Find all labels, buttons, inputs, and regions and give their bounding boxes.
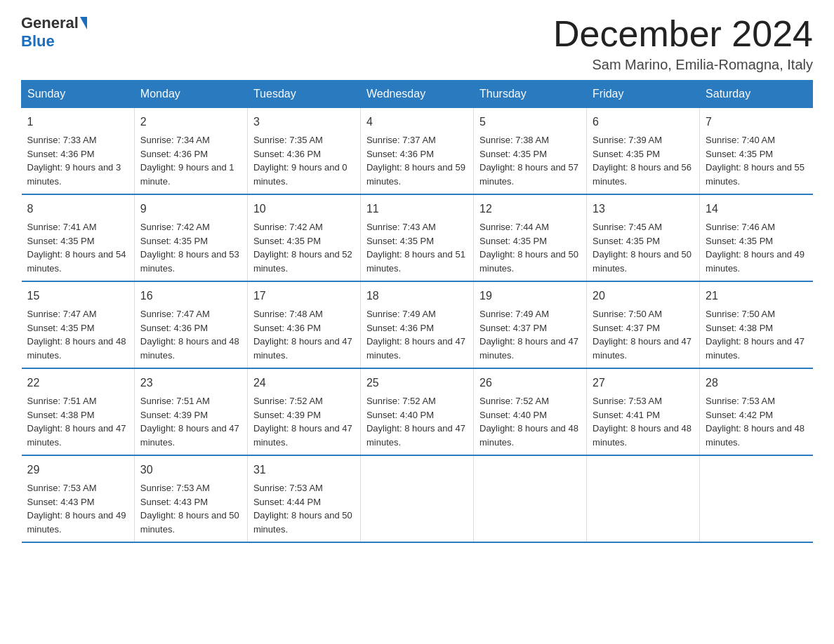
day-number: 26 bbox=[479, 375, 581, 391]
calendar-cell: 5Sunrise: 7:38 AMSunset: 4:35 PMDaylight… bbox=[474, 108, 587, 195]
cell-info: Sunrise: 7:41 AMSunset: 4:35 PMDaylight:… bbox=[27, 222, 126, 274]
day-number: 3 bbox=[253, 114, 355, 130]
calendar-cell: 7Sunrise: 7:40 AMSunset: 4:35 PMDaylight… bbox=[700, 108, 813, 195]
calendar-cell bbox=[360, 455, 473, 542]
calendar-cell: 1Sunrise: 7:33 AMSunset: 4:36 PMDaylight… bbox=[22, 108, 135, 195]
col-header-saturday: Saturday bbox=[700, 81, 813, 108]
day-number: 19 bbox=[479, 288, 581, 304]
day-number: 6 bbox=[593, 114, 694, 130]
day-number: 25 bbox=[366, 375, 468, 391]
cell-info: Sunrise: 7:49 AMSunset: 4:36 PMDaylight:… bbox=[366, 309, 465, 361]
col-header-tuesday: Tuesday bbox=[247, 81, 360, 108]
calendar-cell: 12Sunrise: 7:44 AMSunset: 4:35 PMDayligh… bbox=[474, 194, 587, 281]
calendar-week-4: 22Sunrise: 7:51 AMSunset: 4:38 PMDayligh… bbox=[22, 368, 813, 455]
cell-info: Sunrise: 7:42 AMSunset: 4:35 PMDaylight:… bbox=[140, 222, 239, 274]
calendar-week-1: 1Sunrise: 7:33 AMSunset: 4:36 PMDaylight… bbox=[22, 108, 813, 195]
cell-info: Sunrise: 7:44 AMSunset: 4:35 PMDaylight:… bbox=[479, 222, 578, 274]
cell-info: Sunrise: 7:37 AMSunset: 4:36 PMDaylight:… bbox=[366, 135, 465, 187]
cell-info: Sunrise: 7:51 AMSunset: 4:39 PMDaylight:… bbox=[140, 396, 239, 448]
calendar-cell: 9Sunrise: 7:42 AMSunset: 4:35 PMDaylight… bbox=[134, 194, 247, 281]
day-number: 20 bbox=[593, 288, 694, 304]
day-number: 24 bbox=[253, 375, 355, 391]
day-number: 23 bbox=[140, 375, 241, 391]
calendar-cell: 2Sunrise: 7:34 AMSunset: 4:36 PMDaylight… bbox=[134, 108, 247, 195]
calendar-header: SundayMondayTuesdayWednesdayThursdayFrid… bbox=[22, 81, 813, 108]
day-number: 14 bbox=[706, 201, 807, 217]
day-number: 12 bbox=[479, 201, 581, 217]
cell-info: Sunrise: 7:53 AMSunset: 4:44 PMDaylight:… bbox=[253, 483, 352, 535]
cell-info: Sunrise: 7:50 AMSunset: 4:37 PMDaylight:… bbox=[593, 309, 691, 361]
col-header-thursday: Thursday bbox=[474, 81, 587, 108]
cell-info: Sunrise: 7:47 AMSunset: 4:36 PMDaylight:… bbox=[140, 309, 239, 361]
calendar-cell: 13Sunrise: 7:45 AMSunset: 4:35 PMDayligh… bbox=[587, 194, 700, 281]
calendar-cell: 4Sunrise: 7:37 AMSunset: 4:36 PMDaylight… bbox=[360, 108, 473, 195]
cell-info: Sunrise: 7:45 AMSunset: 4:35 PMDaylight:… bbox=[593, 222, 691, 274]
col-header-monday: Monday bbox=[134, 81, 247, 108]
logo-triangle-icon bbox=[80, 17, 87, 29]
calendar-cell: 31Sunrise: 7:53 AMSunset: 4:44 PMDayligh… bbox=[247, 455, 360, 542]
calendar-cell bbox=[587, 455, 700, 542]
day-number: 5 bbox=[479, 114, 581, 130]
calendar-cell: 14Sunrise: 7:46 AMSunset: 4:35 PMDayligh… bbox=[700, 194, 813, 281]
day-number: 2 bbox=[140, 114, 241, 130]
calendar-cell: 20Sunrise: 7:50 AMSunset: 4:37 PMDayligh… bbox=[587, 281, 700, 368]
col-header-friday: Friday bbox=[587, 81, 700, 108]
day-number: 29 bbox=[27, 462, 128, 478]
cell-info: Sunrise: 7:48 AMSunset: 4:36 PMDaylight:… bbox=[253, 309, 352, 361]
calendar-week-3: 15Sunrise: 7:47 AMSunset: 4:35 PMDayligh… bbox=[22, 281, 813, 368]
calendar-cell: 22Sunrise: 7:51 AMSunset: 4:38 PMDayligh… bbox=[22, 368, 135, 455]
logo: General Blue bbox=[21, 14, 88, 51]
cell-info: Sunrise: 7:53 AMSunset: 4:43 PMDaylight:… bbox=[140, 483, 239, 535]
calendar-cell: 11Sunrise: 7:43 AMSunset: 4:35 PMDayligh… bbox=[360, 194, 473, 281]
cell-info: Sunrise: 7:35 AMSunset: 4:36 PMDaylight:… bbox=[253, 135, 348, 187]
cell-info: Sunrise: 7:40 AMSunset: 4:35 PMDaylight:… bbox=[706, 135, 805, 187]
day-number: 1 bbox=[27, 114, 128, 130]
calendar-cell: 18Sunrise: 7:49 AMSunset: 4:36 PMDayligh… bbox=[360, 281, 473, 368]
cell-info: Sunrise: 7:52 AMSunset: 4:39 PMDaylight:… bbox=[253, 396, 352, 448]
cell-info: Sunrise: 7:50 AMSunset: 4:38 PMDaylight:… bbox=[706, 309, 805, 361]
day-number: 17 bbox=[253, 288, 355, 304]
day-number: 31 bbox=[253, 462, 355, 478]
calendar-week-2: 8Sunrise: 7:41 AMSunset: 4:35 PMDaylight… bbox=[22, 194, 813, 281]
calendar-cell: 25Sunrise: 7:52 AMSunset: 4:40 PMDayligh… bbox=[360, 368, 473, 455]
calendar-cell: 23Sunrise: 7:51 AMSunset: 4:39 PMDayligh… bbox=[134, 368, 247, 455]
cell-info: Sunrise: 7:53 AMSunset: 4:42 PMDaylight:… bbox=[706, 396, 805, 448]
calendar-cell: 10Sunrise: 7:42 AMSunset: 4:35 PMDayligh… bbox=[247, 194, 360, 281]
cell-info: Sunrise: 7:42 AMSunset: 4:35 PMDaylight:… bbox=[253, 222, 352, 274]
page-header: General Blue December 2024 Sam Marino, E… bbox=[21, 14, 813, 73]
calendar-cell: 21Sunrise: 7:50 AMSunset: 4:38 PMDayligh… bbox=[700, 281, 813, 368]
calendar-cell: 15Sunrise: 7:47 AMSunset: 4:35 PMDayligh… bbox=[22, 281, 135, 368]
calendar-title: December 2024 bbox=[553, 14, 813, 54]
calendar-cell: 28Sunrise: 7:53 AMSunset: 4:42 PMDayligh… bbox=[700, 368, 813, 455]
cell-info: Sunrise: 7:51 AMSunset: 4:38 PMDaylight:… bbox=[27, 396, 126, 448]
col-header-sunday: Sunday bbox=[22, 81, 135, 108]
day-number: 8 bbox=[27, 201, 128, 217]
calendar-week-5: 29Sunrise: 7:53 AMSunset: 4:43 PMDayligh… bbox=[22, 455, 813, 542]
calendar-cell: 30Sunrise: 7:53 AMSunset: 4:43 PMDayligh… bbox=[134, 455, 247, 542]
day-number: 11 bbox=[366, 201, 468, 217]
day-number: 15 bbox=[27, 288, 128, 304]
day-number: 4 bbox=[366, 114, 468, 130]
cell-info: Sunrise: 7:53 AMSunset: 4:41 PMDaylight:… bbox=[593, 396, 691, 448]
calendar-cell: 29Sunrise: 7:53 AMSunset: 4:43 PMDayligh… bbox=[22, 455, 135, 542]
day-number: 28 bbox=[706, 375, 807, 391]
day-number: 10 bbox=[253, 201, 355, 217]
calendar-subtitle: Sam Marino, Emilia-Romagna, Italy bbox=[553, 57, 813, 73]
calendar-cell: 24Sunrise: 7:52 AMSunset: 4:39 PMDayligh… bbox=[247, 368, 360, 455]
col-header-wednesday: Wednesday bbox=[360, 81, 473, 108]
calendar-cell: 8Sunrise: 7:41 AMSunset: 4:35 PMDaylight… bbox=[22, 194, 135, 281]
calendar-cell: 6Sunrise: 7:39 AMSunset: 4:35 PMDaylight… bbox=[587, 108, 700, 195]
cell-info: Sunrise: 7:53 AMSunset: 4:43 PMDaylight:… bbox=[27, 483, 126, 535]
cell-info: Sunrise: 7:34 AMSunset: 4:36 PMDaylight:… bbox=[140, 135, 234, 187]
day-number: 18 bbox=[366, 288, 468, 304]
cell-info: Sunrise: 7:46 AMSunset: 4:35 PMDaylight:… bbox=[706, 222, 805, 274]
logo-general-text: General bbox=[21, 14, 79, 32]
calendar-cell bbox=[700, 455, 813, 542]
day-number: 9 bbox=[140, 201, 241, 217]
day-number: 16 bbox=[140, 288, 241, 304]
day-number: 13 bbox=[593, 201, 694, 217]
day-number: 30 bbox=[140, 462, 241, 478]
logo-blue-text: Blue bbox=[21, 32, 55, 50]
cell-info: Sunrise: 7:33 AMSunset: 4:36 PMDaylight:… bbox=[27, 135, 121, 187]
title-area: December 2024 Sam Marino, Emilia-Romagna… bbox=[553, 14, 813, 73]
